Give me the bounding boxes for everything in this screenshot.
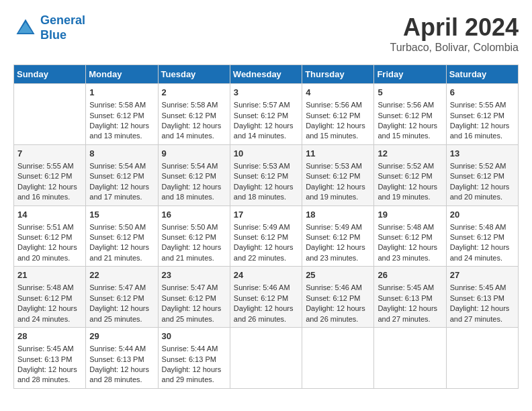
- daylight-text: Daylight: 12 hours and 13 minutes.: [89, 121, 154, 142]
- sunrise-text: Sunrise: 5:46 AM: [306, 283, 370, 293]
- day-number: 20: [450, 209, 515, 221]
- sunrise-text: Sunrise: 5:48 AM: [450, 222, 515, 232]
- daylight-text: Daylight: 12 hours and 26 minutes.: [306, 304, 370, 324]
- day-number: 18: [306, 209, 370, 221]
- day-number: 12: [378, 148, 442, 160]
- day-number: 1: [89, 87, 154, 99]
- day-number: 7: [17, 148, 82, 160]
- sunrise-text: Sunrise: 5:58 AM: [162, 100, 226, 110]
- calendar-cell: 27Sunrise: 5:45 AMSunset: 6:13 PMDayligh…: [446, 267, 518, 328]
- logo-line1: General: [40, 13, 85, 27]
- sunrise-text: Sunrise: 5:45 AM: [450, 283, 515, 293]
- calendar-cell: 17Sunrise: 5:49 AMSunset: 6:12 PMDayligh…: [230, 205, 302, 267]
- calendar-cell: 3Sunrise: 5:57 AMSunset: 6:12 PMDaylight…: [230, 84, 302, 145]
- sunrise-text: Sunrise: 5:58 AM: [89, 100, 154, 110]
- sunset-text: Sunset: 6:12 PM: [17, 232, 82, 242]
- week-row-5: 28Sunrise: 5:45 AMSunset: 6:13 PMDayligh…: [14, 328, 519, 389]
- calendar-cell: [302, 328, 374, 389]
- header-cell-sunday: Sunday: [14, 65, 86, 84]
- sunrise-text: Sunrise: 5:47 AM: [162, 283, 226, 293]
- sunset-text: Sunset: 6:12 PM: [306, 111, 370, 121]
- daylight-text: Daylight: 12 hours and 18 minutes.: [162, 182, 226, 203]
- sunrise-text: Sunrise: 5:52 AM: [450, 161, 515, 171]
- sunset-text: Sunset: 6:12 PM: [378, 111, 442, 121]
- day-number: 25: [306, 269, 370, 281]
- sunset-text: Sunset: 6:12 PM: [162, 293, 226, 304]
- sunset-text: Sunset: 6:12 PM: [234, 232, 298, 242]
- day-number: 27: [450, 269, 515, 281]
- location: Turbaco, Bolivar, Colombia: [390, 42, 519, 54]
- sunrise-text: Sunrise: 5:48 AM: [378, 222, 442, 232]
- calendar-cell: 13Sunrise: 5:52 AMSunset: 6:12 PMDayligh…: [446, 144, 518, 205]
- calendar-cell: [230, 328, 302, 389]
- calendar-cell: 24Sunrise: 5:46 AMSunset: 6:12 PMDayligh…: [230, 267, 302, 328]
- day-number: 24: [234, 269, 298, 281]
- calendar-cell: 29Sunrise: 5:44 AMSunset: 6:13 PMDayligh…: [86, 328, 158, 389]
- calendar-cell: 9Sunrise: 5:54 AMSunset: 6:12 PMDaylight…: [158, 144, 230, 205]
- day-number: 17: [234, 209, 298, 221]
- day-number: 11: [306, 148, 370, 160]
- sunset-text: Sunset: 6:12 PM: [162, 232, 226, 242]
- sunrise-text: Sunrise: 5:46 AM: [234, 283, 298, 293]
- calendar-cell: 6Sunrise: 5:55 AMSunset: 6:12 PMDaylight…: [446, 84, 518, 145]
- calendar-cell: 30Sunrise: 5:44 AMSunset: 6:13 PMDayligh…: [158, 328, 230, 389]
- day-number: 5: [378, 87, 442, 99]
- sunrise-text: Sunrise: 5:55 AM: [17, 161, 82, 171]
- sunset-text: Sunset: 6:12 PM: [234, 171, 298, 181]
- calendar-cell: 15Sunrise: 5:50 AMSunset: 6:12 PMDayligh…: [86, 205, 158, 267]
- daylight-text: Daylight: 12 hours and 25 minutes.: [162, 304, 226, 324]
- logo: General Blue: [13, 13, 85, 42]
- daylight-text: Daylight: 12 hours and 28 minutes.: [17, 365, 82, 385]
- sunset-text: Sunset: 6:12 PM: [162, 111, 226, 121]
- calendar-cell: 11Sunrise: 5:53 AMSunset: 6:12 PMDayligh…: [302, 144, 374, 205]
- sunset-text: Sunset: 6:12 PM: [450, 232, 515, 242]
- calendar-cell: 23Sunrise: 5:47 AMSunset: 6:12 PMDayligh…: [158, 267, 230, 328]
- daylight-text: Daylight: 12 hours and 20 minutes.: [17, 242, 82, 263]
- week-row-1: 1Sunrise: 5:58 AMSunset: 6:12 PMDaylight…: [14, 84, 519, 145]
- day-number: 16: [162, 209, 226, 221]
- calendar-cell: 4Sunrise: 5:56 AMSunset: 6:12 PMDaylight…: [302, 84, 374, 145]
- sunset-text: Sunset: 6:13 PM: [450, 293, 515, 304]
- sunset-text: Sunset: 6:12 PM: [234, 111, 298, 121]
- header-cell-friday: Friday: [374, 65, 446, 84]
- sunrise-text: Sunrise: 5:49 AM: [306, 222, 370, 232]
- sunset-text: Sunset: 6:12 PM: [89, 232, 154, 242]
- calendar-cell: 10Sunrise: 5:53 AMSunset: 6:12 PMDayligh…: [230, 144, 302, 205]
- sunset-text: Sunset: 6:12 PM: [89, 293, 154, 304]
- calendar-cell: [374, 328, 446, 389]
- day-number: 14: [17, 209, 82, 221]
- sunset-text: Sunset: 6:13 PM: [89, 355, 154, 365]
- sunrise-text: Sunrise: 5:45 AM: [17, 344, 82, 354]
- sunrise-text: Sunrise: 5:44 AM: [162, 344, 226, 354]
- day-number: 28: [17, 330, 82, 342]
- logo-icon: [13, 16, 38, 40]
- calendar-cell: 18Sunrise: 5:49 AMSunset: 6:12 PMDayligh…: [302, 205, 374, 267]
- day-number: 13: [450, 148, 515, 160]
- daylight-text: Daylight: 12 hours and 27 minutes.: [450, 304, 515, 324]
- page-header: General Blue April 2024 Turbaco, Bolivar…: [13, 13, 519, 54]
- sunrise-text: Sunrise: 5:54 AM: [89, 161, 154, 171]
- sunset-text: Sunset: 6:12 PM: [234, 293, 298, 304]
- sunrise-text: Sunrise: 5:56 AM: [378, 100, 442, 110]
- daylight-text: Daylight: 12 hours and 21 minutes.: [89, 242, 154, 263]
- sunrise-text: Sunrise: 5:54 AM: [162, 161, 226, 171]
- daylight-text: Daylight: 12 hours and 14 minutes.: [234, 121, 298, 142]
- day-number: 22: [89, 269, 154, 281]
- daylight-text: Daylight: 12 hours and 17 minutes.: [89, 182, 154, 203]
- calendar-cell: 5Sunrise: 5:56 AMSunset: 6:12 PMDaylight…: [374, 84, 446, 145]
- day-number: 26: [378, 269, 442, 281]
- calendar-cell: 20Sunrise: 5:48 AMSunset: 6:12 PMDayligh…: [446, 205, 518, 267]
- day-number: 19: [378, 209, 442, 221]
- week-row-2: 7Sunrise: 5:55 AMSunset: 6:12 PMDaylight…: [14, 144, 519, 205]
- day-number: 3: [234, 87, 298, 99]
- day-number: 21: [17, 269, 82, 281]
- day-number: 23: [162, 269, 226, 281]
- day-number: 30: [162, 330, 226, 342]
- daylight-text: Daylight: 12 hours and 21 minutes.: [162, 242, 226, 263]
- calendar-cell: 26Sunrise: 5:45 AMSunset: 6:13 PMDayligh…: [374, 267, 446, 328]
- daylight-text: Daylight: 12 hours and 15 minutes.: [306, 121, 370, 142]
- week-row-4: 21Sunrise: 5:48 AMSunset: 6:12 PMDayligh…: [14, 267, 519, 328]
- day-number: 4: [306, 87, 370, 99]
- calendar-cell: [446, 328, 518, 389]
- calendar-cell: 16Sunrise: 5:50 AMSunset: 6:12 PMDayligh…: [158, 205, 230, 267]
